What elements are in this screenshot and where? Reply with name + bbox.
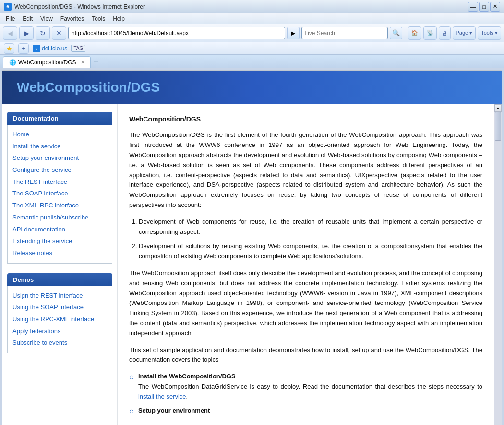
tab-close-button[interactable]: ✕ [81,60,84,65]
menu-bar: File Edit View Favorites Tools Help [0,13,504,24]
tab-label: WebComposition/DGS [18,59,76,66]
menu-favorites[interactable]: Favorites [58,14,87,23]
sidebar-link-rest[interactable]: The REST interface [12,176,107,188]
window-title: WebComposition/DGS - Windows Internet Ex… [14,3,145,10]
sidebar-demos-section: Demos Usign the REST interface Using the… [7,273,112,353]
install-service-link[interactable]: install the service [138,393,186,400]
tools-button[interactable]: Tools ▾ [478,26,501,40]
sidebar-link-federations[interactable]: Apply federations [12,326,107,338]
reuse-list: Development of Web components for reuse,… [139,217,482,262]
menu-edit[interactable]: Edit [20,14,36,23]
site-title-main: WebComposition [17,80,127,95]
stop-button[interactable]: ✕ [52,26,66,40]
favorites-item-label: del.icio.us [42,45,67,52]
sidebar-link-home[interactable]: Home [12,129,107,141]
content-para-3: This set of sample application and docum… [129,345,482,365]
sidebar-link-semantic[interactable]: Semantic publish/subscribe [12,212,107,224]
list-item-2: Development of solutions by reusing exis… [139,242,482,262]
add-favorites-button[interactable]: ★ [4,43,14,54]
sidebar-link-using-rpc[interactable]: Using the RPC-XML interface [12,314,107,326]
topic-item-2: ○ Setup your environment [129,406,482,417]
menu-help[interactable]: Help [110,14,128,23]
sidebar-doc-section: Documentation Home Install the service S… [7,112,112,264]
topic-item-1: ○ Install the WebComposition/DGS The Web… [129,372,482,401]
menu-file[interactable]: File [3,14,18,23]
delicious-icon: d [33,45,40,52]
sidebar-link-using-rest[interactable]: Usign the REST interface [12,290,107,302]
scroll-up-button[interactable]: ▲ [494,104,502,112]
page-inner: Documentation Home Install the service S… [2,104,502,425]
sidebar-demos-header: Demos [7,273,112,286]
bullet-icon-2: ○ [129,406,134,417]
site-title-highlight: /DGS [127,80,160,95]
sidebar-link-setup[interactable]: Setup your environment [12,152,107,164]
print-button[interactable]: 🖨 [439,26,451,40]
bullet-icon-1: ○ [129,372,134,383]
page-button[interactable]: Page ▾ [453,26,476,40]
topic-title-2: Setup your environment [138,407,210,414]
scroll-track[interactable] [494,112,502,425]
browser-icon: e [4,3,12,11]
feeds-button[interactable]: 📡 [423,26,437,40]
maximize-button[interactable]: □ [479,2,489,12]
scroll-thumb[interactable] [495,112,501,141]
topic-content-2: Setup your environment [138,406,210,416]
title-bar: e WebComposition/DGS - Windows Internet … [0,0,504,13]
sidebar-demos-links: Usign the REST interface Using the SOAP … [7,286,112,353]
tag-badge[interactable]: TAG [71,45,85,52]
sidebar-link-release[interactable]: Release notes [12,247,107,259]
sidebar: Documentation Home Install the service S… [2,104,118,425]
main-content: WebComposition/DGS The WebComposition/DG… [118,104,494,425]
forward-button[interactable]: ▶ [19,26,34,40]
sidebar-link-xmlrpc[interactable]: The XML-RPC interface [12,200,107,212]
window-controls: — □ ✕ [468,2,500,12]
active-tab[interactable]: 🌐 WebComposition/DGS ✕ [3,56,91,68]
sidebar-doc-header: Documentation [7,112,112,125]
back-button[interactable]: ◀ [3,26,17,40]
page-wrapper: WebComposition/DGS Documentation Home In… [2,70,502,425]
content-title: WebComposition/DGS [129,114,482,124]
go-button[interactable]: ▶ [287,27,300,39]
favorites-bar: ★ + d del.icio.us TAG [0,42,504,55]
toolbar: ◀ ▶ ↻ ✕ ▶ 🔍 🏠 📡 🖨 Page ▾ Tools ▾ [0,24,504,42]
list-item-1: Development of Web components for reuse,… [139,217,482,237]
site-title: WebComposition/DGS [17,80,160,95]
minimize-button[interactable]: — [468,2,478,12]
topic-content-1: Install the WebComposition/DGS The WebCo… [138,372,482,401]
scrollbar[interactable]: ▲ ▼ [494,104,502,425]
site-header: WebComposition/DGS [2,71,502,104]
sidebar-link-api[interactable]: API documentation [12,224,107,236]
refresh-button[interactable]: ↻ [36,26,50,40]
sidebar-link-soap[interactable]: The SOAP interface [12,188,107,200]
topic-body-1: The WebComposition DataGridService is ea… [138,383,482,400]
new-tab-button[interactable]: + [94,57,99,68]
sidebar-link-using-soap[interactable]: Using the SOAP interface [12,302,107,314]
favorites-item-delicious[interactable]: d del.icio.us [33,45,67,52]
search-input[interactable] [301,27,388,39]
content-para-1: The WebComposition/DGS is the first elem… [129,130,482,210]
content-para-2: The WebComposition approach itself does … [129,268,482,339]
address-bar[interactable] [68,27,285,39]
topic-title-1: Install the WebComposition/DGS [138,373,236,380]
menu-view[interactable]: View [37,14,56,23]
sidebar-link-extending[interactable]: Extending the service [12,235,107,247]
topics-list: ○ Install the WebComposition/DGS The Web… [129,372,482,416]
sidebar-link-install[interactable]: Install the service [12,141,107,153]
close-button[interactable]: ✕ [490,2,500,12]
tab-bar: 🌐 WebComposition/DGS ✕ + [0,55,504,68]
sidebar-link-configure[interactable]: Configure the service [12,164,107,176]
sidebar-link-subscribe[interactable]: Subscribe to events [12,337,107,349]
tab-ie-icon: 🌐 [9,59,16,66]
menu-tools[interactable]: Tools [89,14,108,23]
favorites-button[interactable]: + [18,43,29,54]
home-button[interactable]: 🏠 [408,26,421,40]
sidebar-doc-links: Home Install the service Setup your envi… [7,125,112,264]
search-button[interactable]: 🔍 [390,27,402,39]
